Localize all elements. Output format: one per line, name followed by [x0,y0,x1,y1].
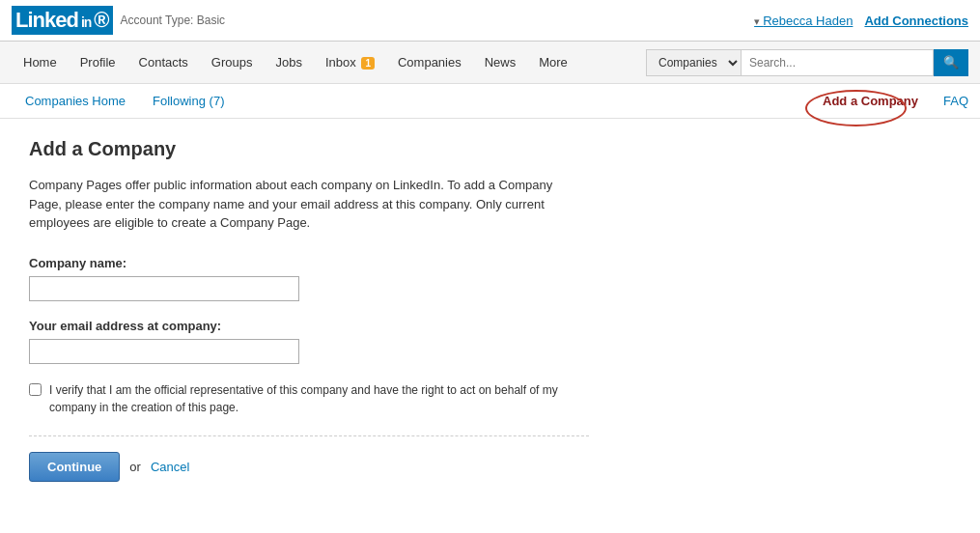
top-bar: Linkedin® Account Type: Basic Rebecca Ha… [0,0,980,42]
user-name[interactable]: Rebecca Haden [754,14,853,28]
email-label: Your email address at company: [29,319,647,333]
top-right-actions: Rebecca Haden Add Connections [754,14,968,28]
inbox-badge: 1 [361,57,375,70]
verify-row: I verify that I am the official represen… [29,381,570,416]
sub-nav: Companies Home Following (7) Add a Compa… [0,84,980,119]
verify-text: I verify that I am the official represen… [49,381,570,416]
email-group: Your email address at company: [29,319,647,364]
nav-news[interactable]: News [473,42,528,83]
nav-more[interactable]: More [527,42,579,83]
or-text: or [129,460,141,474]
nav-inbox[interactable]: Inbox 1 [314,42,386,83]
linkedin-logo: Linkedin® [12,6,113,35]
sub-nav-right: Add a Company FAQ [813,94,968,108]
following-link[interactable]: Following (7) [139,84,238,118]
verify-checkbox[interactable] [29,383,42,396]
search-button[interactable]: 🔍 [934,49,968,76]
logo-in: in [78,14,94,30]
companies-home-link[interactable]: Companies Home [12,84,139,118]
form-divider [29,435,589,436]
nav-home[interactable]: Home [12,42,69,83]
nav-bar: Home Profile Contacts Groups Jobs Inbox … [0,42,980,84]
add-connections-link[interactable]: Add Connections [864,14,968,28]
description-text: Company Pages offer public information a… [29,176,570,233]
nav-companies[interactable]: Companies [386,42,473,83]
account-type: Account Type: Basic [121,14,226,27]
sub-nav-left: Companies Home Following (7) [12,84,238,118]
nav-jobs[interactable]: Jobs [265,42,314,83]
add-company-button[interactable]: Add a Company [813,88,928,114]
continue-button[interactable]: Continue [29,452,120,482]
page-title: Add a Company [29,138,647,160]
nav-profile[interactable]: Profile [69,42,127,83]
company-name-group: Company name: [29,256,647,301]
cancel-link[interactable]: Cancel [151,460,189,474]
faq-link[interactable]: FAQ [943,94,968,108]
company-name-label: Company name: [29,256,647,270]
search-category-dropdown[interactable]: Companies People Jobs [646,49,741,76]
action-row: Continue or Cancel [29,452,647,482]
company-name-input[interactable] [29,276,299,301]
nav-links: Home Profile Contacts Groups Jobs Inbox … [12,42,579,83]
nav-contacts[interactable]: Contacts [127,42,200,83]
logo-area: Linkedin® Account Type: Basic [12,6,225,35]
main-content: Add a Company Company Pages offer public… [0,119,676,501]
email-input[interactable] [29,339,299,364]
search-area: Companies People Jobs 🔍 [646,49,968,76]
nav-groups[interactable]: Groups [200,42,265,83]
search-input[interactable] [741,49,934,76]
